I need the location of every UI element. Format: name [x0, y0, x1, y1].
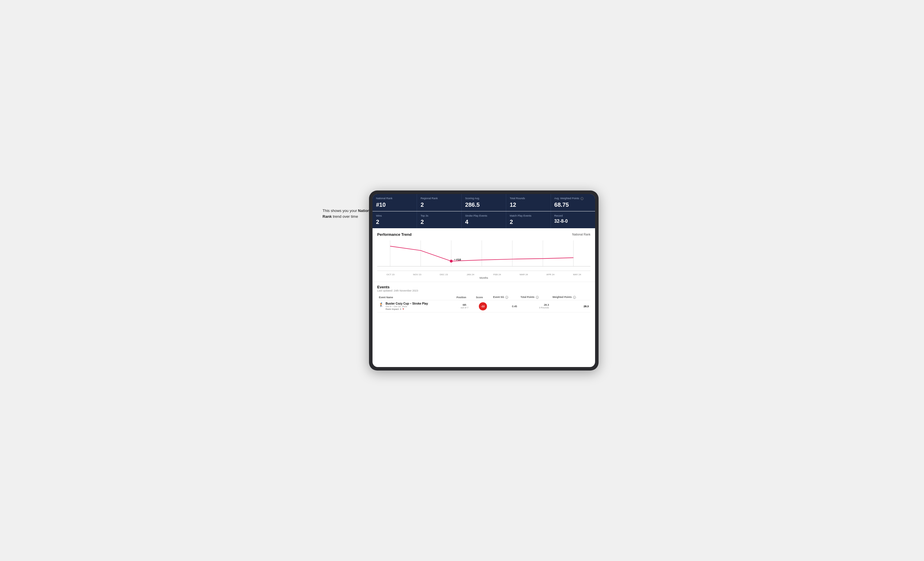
screen-content[interactable]: National Rank #10 Regional Rank 2 Scorin… [372, 194, 595, 367]
x-label-oct23: OCT 23 [377, 273, 404, 276]
col-header-event-sg: Event SG i [491, 295, 519, 300]
stat-national-rank: National Rank #10 [372, 194, 417, 211]
stat-value-stroke-play-events: 4 [465, 218, 502, 225]
events-table: Event Name Position Score Event SG i Tot… [377, 295, 590, 313]
stat-label-scoring-avg: Scoring Avg. [465, 197, 502, 200]
event-position: 6th [456, 304, 472, 306]
x-label-mar24: MAR 24 [510, 273, 537, 276]
col-header-total-points: Total Points i [519, 295, 551, 300]
annotation-text-after: trend over time [332, 214, 358, 218]
x-label-may24: MAY 24 [564, 273, 590, 276]
stat-match-play-events: Match Play Events 2 [506, 211, 550, 229]
stat-avg-weighted-points: Avg. Weighted Points i 68.75 [551, 194, 595, 211]
performance-trend-section: Performance Trend National Rank [372, 228, 595, 282]
event-position-sub: out of 7 [456, 306, 472, 309]
stat-label-wins: Wins [376, 214, 413, 218]
info-icon-event-sg: i [505, 296, 508, 299]
weighted-points-cell: 28.3 [550, 300, 590, 313]
total-points-value: 28.3 [521, 304, 549, 306]
stat-value-scoring-avg: 286.5 [465, 202, 502, 208]
rank-impact-direction: ▼ [402, 308, 405, 310]
stat-label-national-rank: National Rank [376, 197, 413, 200]
rank-impact: Rank Impact: 3 ▼ [386, 308, 428, 310]
stat-label-regional-rank: Regional Rank [420, 197, 458, 200]
stat-label-stroke-play-events: Stroke Play Events [465, 214, 502, 218]
event-sg-cell: 0.45 [491, 300, 519, 313]
stat-value-match-play-events: 2 [510, 218, 547, 225]
chart-area: • #10 [377, 239, 590, 271]
event-name-cell: 🏌 Buster Cozy Cup – Stroke Play Oct 9 – … [377, 300, 455, 313]
events-title: Events [377, 285, 590, 289]
stat-total-rounds: Total Rounds 12 [506, 194, 550, 211]
col-header-position: Position [455, 295, 474, 300]
stat-value-total-rounds: 12 [510, 202, 547, 208]
stats-row1: National Rank #10 Regional Rank 2 Scorin… [372, 194, 595, 211]
rank-impact-label: Rank Impact: 3 [386, 308, 401, 310]
event-score-badge: -22 [479, 302, 487, 310]
stat-value-record: 32-8-0 [554, 218, 592, 224]
golf-icon: 🏌 [379, 302, 384, 307]
tablet-screen: National Rank #10 Regional Rank 2 Scorin… [372, 194, 595, 367]
stat-value-avg-weighted-points: 68.75 [554, 202, 592, 208]
event-sg-value: 0.45 [512, 305, 517, 308]
chart-x-axis-title: Months [377, 277, 590, 279]
event-position-cell: 6th out of 7 [455, 300, 474, 313]
x-label-dec23: DEC 23 [430, 273, 458, 276]
annotation-text-before: This shows you your [322, 208, 358, 213]
total-rounds-value: 3 Rounds [521, 306, 549, 309]
stats-row2: Wins 2 Top 3s 2 Stroke Play Events 4 Mat… [372, 211, 595, 229]
chart-svg: • #10 [377, 239, 590, 271]
total-points-cell: 28.3 3 Rounds [519, 300, 551, 313]
svg-point-9 [450, 260, 453, 263]
events-section: Events Last updated: 24th November 2023 … [372, 282, 595, 315]
stat-label-record: Record [554, 214, 592, 218]
table-row: 🏌 Buster Cozy Cup – Stroke Play Oct 9 – … [377, 300, 590, 313]
info-icon-weighted-points: i [573, 296, 576, 299]
event-name-text: Buster Cozy Cup – Stroke Play [386, 302, 428, 305]
events-table-header-row: Event Name Position Score Event SG i Tot… [377, 295, 590, 300]
perf-legend: National Rank [572, 233, 590, 236]
svg-text:• #10: • #10 [454, 258, 461, 261]
events-last-updated: Last updated: 24th November 2023 [377, 289, 590, 292]
stat-label-match-play-events: Match Play Events [510, 214, 547, 218]
x-label-feb24: FEB 24 [484, 273, 510, 276]
info-icon-total-points: i [536, 296, 539, 299]
stat-label-total-rounds: Total Rounds [510, 197, 547, 200]
stat-record: Record 32-8-0 [551, 211, 595, 229]
event-score-cell: -22 [474, 300, 491, 313]
perf-title: Performance Trend [377, 232, 412, 236]
stat-value-regional-rank: 2 [420, 202, 458, 208]
stat-stroke-play-events: Stroke Play Events 4 [462, 211, 506, 229]
stat-scoring-avg: Scoring Avg. 286.5 [462, 194, 506, 211]
stat-label-avg-weighted-points: Avg. Weighted Points i [554, 197, 592, 200]
stat-regional-rank: Regional Rank 2 [417, 194, 461, 211]
perf-header: Performance Trend National Rank [377, 232, 590, 236]
stat-value-national-rank: #10 [376, 202, 413, 208]
weighted-points-value: 28.3 [584, 305, 589, 308]
stat-value-wins: 2 [376, 218, 413, 225]
stat-top3s: Top 3s 2 [417, 211, 461, 229]
col-header-event-name: Event Name [377, 295, 455, 300]
col-header-score: Score [474, 295, 491, 300]
tablet-device: National Rank #10 Regional Rank 2 Scorin… [369, 190, 598, 371]
col-header-weighted-points: Weighted Points i [550, 295, 590, 300]
x-label-nov23: NOV 23 [404, 273, 430, 276]
x-label-apr24: APR 24 [537, 273, 564, 276]
stat-wins: Wins 2 [372, 211, 417, 229]
info-icon-avg-weighted: i [580, 197, 584, 200]
event-name-col: 🏌 Buster Cozy Cup – Stroke Play Oct 9 – … [379, 302, 453, 310]
stat-value-top3s: 2 [420, 218, 458, 225]
event-date: Oct 9 – Oct 10, 2023 [386, 305, 428, 308]
stat-label-top3s: Top 3s [420, 214, 458, 218]
chart-x-labels: OCT 23 NOV 23 DEC 23 JAN 24 FEB 24 MAR 2… [377, 272, 590, 276]
event-info: Buster Cozy Cup – Stroke Play Oct 9 – Oc… [386, 302, 428, 310]
x-label-jan24: JAN 24 [457, 273, 484, 276]
